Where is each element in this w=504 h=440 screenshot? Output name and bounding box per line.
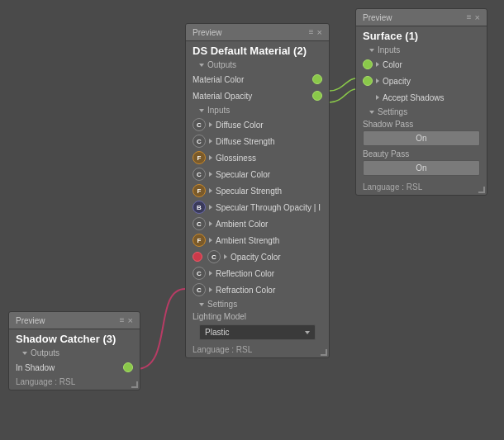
surface-beauty-pass-btn[interactable]: On (363, 160, 480, 176)
surface-input-color: Color (356, 56, 487, 73)
badge-diffuse-strength: C (193, 135, 206, 148)
surface-shadow-pass-btn[interactable]: On (363, 130, 480, 146)
expand-specular-strength[interactable] (209, 188, 212, 193)
ds-inputs-triangle[interactable] (199, 109, 204, 112)
badge-glossiness: F (193, 151, 206, 164)
ds-material-title: DS Default Material (2) (186, 41, 329, 59)
ds-inputs-section: Inputs (186, 104, 329, 116)
output-material-color: Material Color (186, 71, 329, 88)
expand-surface-color[interactable] (376, 62, 379, 67)
surface-menu-icon[interactable]: ≡ (467, 12, 472, 22)
surface-header: Preview ≡ × (356, 9, 487, 26)
input-specular-through-opacity: B Specular Through Opacity | I (186, 199, 329, 215)
expand-surface-opacity[interactable] (376, 78, 379, 83)
expand-ambient-strength[interactable] (209, 238, 212, 243)
badge-opacity-color: C (207, 250, 221, 263)
surface-preview-label: Preview (363, 13, 392, 22)
input-opacity-connector[interactable] (193, 252, 202, 262)
surface-shadow-pass: Shadow Pass On Beauty Pass On (356, 118, 487, 181)
ds-lighting-dropdown[interactable]: Plastic (199, 324, 316, 340)
input-diffuse-color: C Diffuse Color (186, 116, 329, 133)
badge-specular-color: C (193, 168, 206, 181)
badge-ambient-strength: F (193, 234, 206, 247)
expand-diffuse-color[interactable] (209, 122, 212, 127)
surface-settings-section: Settings (356, 106, 487, 118)
surface-close-icon[interactable]: × (475, 12, 480, 22)
input-reflection-color: C Reflection Color (186, 265, 329, 282)
shadow-header: Preview ≡ × (9, 312, 140, 329)
input-specular-strength: F Specular Strength (186, 182, 329, 199)
expand-glossiness[interactable] (209, 155, 212, 160)
shadow-preview-label: Preview (16, 316, 45, 325)
badge-specular-through: B (193, 201, 206, 214)
badge-diffuse-color: C (193, 118, 206, 131)
ds-settings-triangle[interactable] (199, 303, 204, 306)
expand-reflection-color[interactable] (209, 271, 212, 276)
shadow-output-connector[interactable] (123, 362, 133, 372)
ds-outputs-section: Outputs (186, 59, 329, 71)
shadow-language-label: Language : RSL (9, 376, 140, 390)
shadow-close-icon[interactable]: × (128, 315, 133, 325)
ds-dropdown-row: Plastic (193, 323, 322, 342)
surface-input-accept-shadows: Accept Shadows (356, 89, 487, 106)
surface-inputs-triangle[interactable] (369, 49, 374, 52)
surface-input-opacity: Opacity (356, 73, 487, 89)
output-material-opacity: Material Opacity (186, 88, 329, 104)
badge-refraction-color: C (193, 283, 206, 296)
surface-title: Surface (1) (356, 26, 487, 44)
ds-preview-label: Preview (193, 28, 222, 37)
expand-specular-color[interactable] (209, 172, 212, 177)
expand-diffuse-strength[interactable] (209, 139, 212, 144)
ds-settings-section: Settings (186, 298, 329, 310)
shadow-menu-icon[interactable]: ≡ (120, 315, 125, 325)
ds-outputs-triangle[interactable] (199, 64, 204, 67)
expand-ambient-color[interactable] (209, 221, 212, 226)
input-diffuse-strength: C Diffuse Strength (186, 133, 329, 149)
surface-opacity-connector[interactable] (363, 76, 373, 86)
surface-inputs-section: Inputs (356, 44, 487, 56)
output-color-connector[interactable] (312, 74, 322, 84)
shadow-catcher-panel: Preview ≡ × Shadow Catcher (3) Outputs I… (8, 311, 140, 390)
ds-language-label: Language : RSL (186, 343, 329, 357)
ds-material-panel: Preview ≡ × DS Default Material (2) Outp… (185, 23, 330, 358)
badge-reflection-color: C (193, 267, 206, 280)
input-ambient-strength: F Ambient Strength (186, 232, 329, 248)
expand-opacity-color[interactable] (224, 254, 227, 259)
expand-accept-shadows[interactable] (376, 95, 379, 100)
output-opacity-connector[interactable] (312, 91, 322, 101)
shadow-output-in-shadow: In Shadow (9, 359, 140, 376)
input-ambient-color: C Ambient Color (186, 215, 329, 232)
expand-specular-through[interactable] (209, 205, 212, 210)
surface-language-label: Language : RSL (356, 181, 487, 195)
surface-settings-triangle[interactable] (369, 111, 374, 114)
shadow-resize-handle[interactable] (131, 381, 138, 388)
input-specular-color: C Specular Color (186, 166, 329, 182)
ds-menu-icon[interactable]: ≡ (309, 27, 314, 37)
ds-material-header: Preview ≡ × (186, 24, 329, 41)
input-refraction-color: C Refraction Color (186, 282, 329, 298)
expand-refraction-color[interactable] (209, 287, 212, 292)
ds-resize-handle[interactable] (321, 349, 327, 356)
badge-specular-strength: F (193, 184, 206, 197)
dropdown-arrow-icon (305, 331, 310, 334)
surface-color-connector[interactable] (363, 59, 373, 69)
input-opacity-color: C Opacity Color (186, 248, 329, 265)
badge-ambient-color: C (193, 217, 206, 230)
ds-lighting-model: Lighting Model Plastic (186, 310, 329, 343)
shadow-outputs-triangle[interactable] (22, 352, 27, 355)
shadow-outputs-section: Outputs (9, 347, 140, 359)
surface-panel: Preview ≡ × Surface (1) Inputs Color Opa… (355, 8, 487, 196)
input-glossiness: F Glossiness (186, 149, 329, 166)
shadow-title: Shadow Catcher (3) (9, 329, 140, 347)
ds-close-icon[interactable]: × (317, 27, 322, 37)
surface-resize-handle[interactable] (478, 187, 485, 193)
